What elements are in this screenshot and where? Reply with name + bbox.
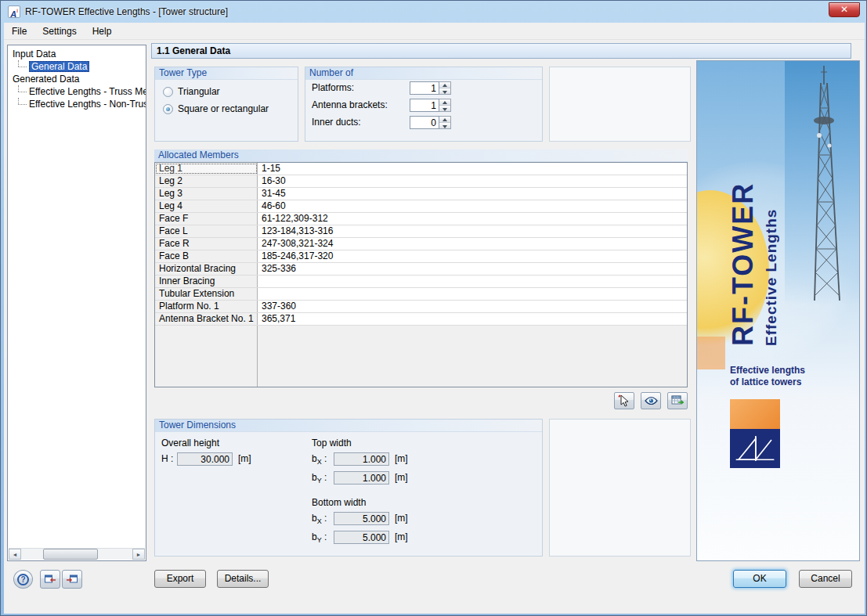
number-of-group-title: Number of — [305, 67, 542, 80]
scrollbar-track[interactable] — [21, 549, 132, 560]
application-window: Aʲ RF-TOWER Effective Lengths - [Tower s… — [0, 0, 867, 616]
member-row-label[interactable]: Face B — [155, 250, 258, 262]
member-row-label[interactable]: Horizontal Bracing — [155, 263, 258, 275]
bottom-width-y-input[interactable] — [334, 531, 389, 544]
tree-item-effective-lengths-truss[interactable]: Effective Lengths - Truss Memb — [8, 85, 146, 98]
title-bar[interactable]: Aʲ RF-TOWER Effective Lengths - [Tower s… — [1, 1, 867, 23]
table-row: Platform No. 1337-360 — [155, 301, 687, 313]
member-row-label[interactable]: Leg 3 — [155, 188, 258, 200]
scroll-right-button[interactable]: ► — [132, 549, 145, 560]
top-width-label: Top width — [312, 437, 352, 450]
spinner-up-icon[interactable] — [439, 117, 450, 123]
menu-help[interactable]: Help — [85, 23, 120, 39]
member-row-label[interactable]: Face R — [155, 238, 258, 250]
scrollbar-thumb[interactable] — [43, 549, 98, 560]
member-row-value[interactable] — [258, 276, 687, 287]
tree-item-input-data[interactable]: Input Data — [8, 48, 146, 60]
spinner-up-icon[interactable] — [439, 82, 450, 88]
module-banner: RF-TOWER Effective Lengths Effective len… — [696, 60, 860, 561]
member-row-value[interactable]: 61-122,309-312 — [258, 213, 687, 225]
previous-window-button[interactable] — [40, 570, 60, 589]
member-row-value[interactable]: 16-30 — [258, 175, 687, 187]
member-row-label[interactable]: Tubular Extension — [155, 288, 258, 300]
table-empty-area — [155, 326, 687, 387]
bottom-width-x-input[interactable] — [334, 512, 389, 525]
tower-type-group: Tower Type Triangular Square or rectangu… — [154, 67, 298, 142]
member-row-value[interactable]: 46-60 — [258, 200, 687, 212]
spinner-down-icon[interactable] — [439, 106, 450, 111]
member-row-value[interactable] — [258, 288, 687, 300]
export-button[interactable]: Export — [154, 570, 206, 588]
by-symbol: bY : — [312, 531, 327, 547]
member-row-label[interactable]: Leg 4 — [155, 200, 258, 212]
antenna-brackets-input[interactable] — [410, 99, 439, 112]
top-width-x-input[interactable] — [334, 452, 389, 466]
inner-ducts-input[interactable] — [410, 116, 439, 129]
table-row: Leg 331-45 — [155, 188, 687, 200]
unit-label: [m] — [395, 471, 408, 485]
member-row-value[interactable]: 365,371 — [258, 313, 687, 325]
tree-item-general-data[interactable]: General Data — [8, 60, 146, 73]
unit-label: [m] — [395, 452, 408, 466]
help-button[interactable]: ? — [13, 570, 33, 589]
platforms-input[interactable] — [410, 81, 439, 95]
ok-button[interactable]: OK — [733, 570, 786, 588]
member-row-value[interactable]: 1-15 — [258, 163, 687, 175]
spinner-up-icon[interactable] — [439, 99, 450, 106]
inner-ducts-label: Inner ducts: — [312, 116, 361, 129]
platforms-label: Platforms: — [312, 81, 354, 95]
brand-subtitle: Effective Lengths — [763, 149, 780, 346]
next-window-button[interactable] — [62, 570, 82, 589]
scroll-left-button[interactable]: ◄ — [9, 549, 21, 560]
member-row-label[interactable]: Antenna Bracket No. 1 — [155, 313, 258, 325]
logo-orange-block — [730, 399, 780, 429]
cancel-button[interactable]: Cancel — [799, 570, 852, 588]
radio-square-rectangular[interactable]: Square or rectangular — [163, 103, 269, 114]
by-symbol: bY : — [312, 471, 327, 488]
details-button[interactable]: Details... — [217, 570, 269, 588]
menu-file[interactable]: File — [4, 23, 34, 39]
unit-label: [m] — [395, 531, 408, 544]
antenna-brackets-spinner[interactable] — [439, 99, 451, 112]
member-row-label[interactable]: Face L — [155, 225, 258, 237]
member-row-label[interactable]: Inner Bracing — [155, 276, 258, 287]
allocated-members-table: Leg 11-15 Leg 216-30 Leg 331-45 Leg 446-… — [154, 162, 688, 387]
table-row: Face B185-246,317-320 — [155, 250, 687, 263]
top-width-y-input[interactable] — [334, 471, 389, 485]
member-row-value[interactable]: 337-360 — [258, 301, 687, 312]
tower-photo — [785, 61, 860, 305]
pick-members-button[interactable] — [614, 392, 634, 409]
table-row: Tubular Extension — [155, 288, 687, 301]
member-row-value[interactable]: 185-246,317-320 — [258, 250, 687, 262]
tree-horizontal-scrollbar[interactable]: ◄ ► — [9, 548, 145, 560]
member-row-value[interactable]: 325-336 — [258, 263, 687, 275]
member-row-label[interactable]: Leg 1 — [155, 163, 258, 175]
radio-icon[interactable] — [163, 87, 173, 97]
member-row-value[interactable]: 247-308,321-324 — [258, 238, 687, 250]
radio-checked-icon[interactable] — [163, 104, 173, 114]
view-button[interactable] — [641, 392, 661, 409]
tree-item-generated-data[interactable]: Generated Data — [8, 73, 146, 85]
tower-dimensions-group: Tower Dimensions Overall height H : [m] … — [154, 419, 543, 557]
member-row-label[interactable]: Leg 2 — [155, 175, 258, 187]
radio-triangular[interactable]: Triangular — [163, 86, 220, 97]
question-mark-icon: ? — [17, 574, 29, 585]
member-row-label[interactable]: Platform No. 1 — [155, 301, 258, 312]
close-button[interactable]: ✕ — [829, 2, 860, 17]
platforms-spinner[interactable] — [439, 81, 451, 95]
tree-item-effective-lengths-non-truss[interactable]: Effective Lengths - Non-Truss M — [8, 98, 146, 110]
spinner-down-icon[interactable] — [439, 123, 450, 128]
spinner-down-icon[interactable] — [439, 88, 450, 94]
inner-ducts-spinner[interactable] — [439, 116, 451, 129]
export-table-button[interactable] — [667, 392, 688, 409]
lattice-tower-illustration — [785, 61, 860, 305]
menu-settings[interactable]: Settings — [34, 23, 84, 39]
graphic-placeholder-top — [549, 67, 691, 142]
member-row-value[interactable]: 31-45 — [258, 188, 687, 200]
table-row: Antenna Bracket No. 1365,371 — [155, 313, 687, 326]
company-logo — [730, 429, 780, 468]
overall-height-input[interactable] — [177, 452, 233, 466]
member-row-label[interactable]: Face F — [155, 213, 258, 225]
section-title: 1.1 General Data — [151, 43, 851, 59]
member-row-value[interactable]: 123-184,313-316 — [258, 225, 687, 237]
